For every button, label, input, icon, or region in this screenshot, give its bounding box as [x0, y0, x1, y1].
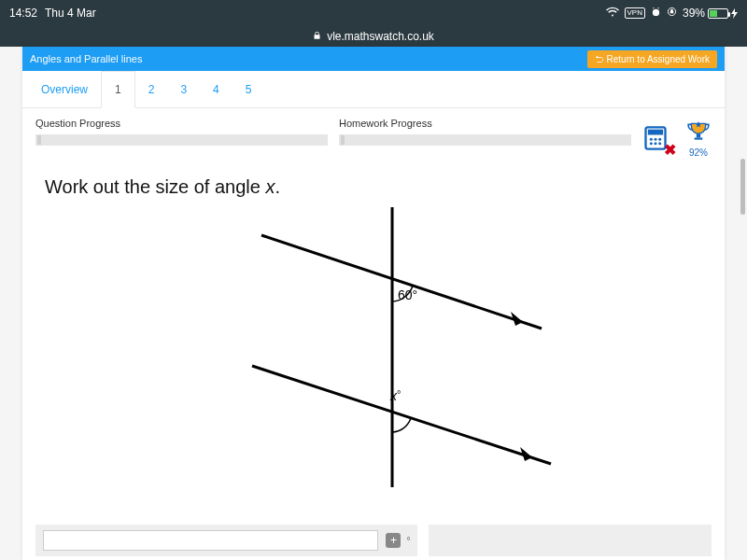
homework-progress: Homework Progress [339, 118, 631, 146]
content-sheet: Angles and Parallel lines ⮌ Return to As… [22, 47, 725, 560]
answer-right-panel [429, 525, 712, 556]
svg-point-4 [654, 137, 656, 140]
url-text: vle.mathswatch.co.uk [327, 30, 434, 43]
page-body: Angles and Parallel lines ⮌ Return to As… [0, 47, 747, 560]
answer-unit: ° [406, 536, 410, 546]
scrollbar-thumb[interactable] [740, 159, 745, 215]
charging-icon [731, 8, 738, 19]
tab-q4[interactable]: 4 [200, 71, 233, 107]
trophy-score: 92% [685, 119, 712, 158]
question-progress: Question Progress [35, 118, 328, 146]
wifi-icon [606, 7, 619, 20]
calculator-not-allowed-icon: ✖ [642, 125, 669, 153]
svg-point-5 [658, 137, 661, 140]
svg-point-7 [654, 142, 656, 145]
progress-row: Question Progress Homework Progress ✖ 92… [22, 108, 725, 163]
angle-60-label: 60° [398, 287, 417, 302]
answer-area: + ° [35, 525, 712, 556]
tab-q3[interactable]: 3 [167, 71, 200, 107]
angle-x-label: x° [390, 388, 401, 403]
add-working-button[interactable]: + [386, 533, 401, 548]
status-date: Thu 4 Mar [45, 7, 96, 20]
svg-line-12 [261, 235, 542, 329]
battery-indicator: 39% [683, 7, 738, 20]
svg-line-13 [252, 366, 551, 464]
trophy-percent: 92% [685, 147, 712, 158]
cross-icon: ✖ [664, 141, 676, 159]
tab-q2[interactable]: 2 [135, 71, 168, 107]
question-text: Work out the size of angle x. [22, 163, 725, 203]
svg-rect-9 [697, 133, 700, 137]
topic-title: Angles and Parallel lines [30, 53, 142, 64]
topic-header: Angles and Parallel lines ⮌ Return to As… [22, 47, 725, 71]
vpn-indicator: VPN [625, 7, 645, 19]
tab-q1[interactable]: 1 [101, 71, 135, 108]
svg-rect-2 [648, 129, 663, 134]
device-status-bar: 14:52 Thu 4 Mar VPN 39% [0, 0, 747, 26]
answer-input[interactable] [43, 530, 378, 551]
tab-q5[interactable]: 5 [233, 71, 265, 107]
svg-point-3 [650, 137, 653, 140]
question-progress-label: Question Progress [35, 118, 328, 129]
homework-progress-label: Homework Progress [339, 118, 631, 129]
homework-progress-bar [339, 134, 631, 146]
question-progress-bar [35, 134, 328, 146]
variable-x: x [265, 176, 275, 197]
return-to-assigned-work-button[interactable]: ⮌ Return to Assigned Work [587, 50, 717, 68]
alarm-icon [651, 7, 661, 20]
svg-point-8 [658, 142, 661, 145]
tab-overview[interactable]: Overview [28, 71, 101, 107]
angle-diagram: 60° x° [45, 207, 702, 487]
trophy-icon [685, 119, 712, 144]
browser-url-bar[interactable]: vle.mathswatch.co.uk [0, 26, 747, 47]
status-time: 14:52 [9, 7, 37, 20]
question-tabs: Overview 1 2 3 4 5 [22, 71, 725, 108]
answer-input-panel: + ° [35, 525, 417, 556]
orientation-lock-icon [667, 7, 677, 20]
battery-percent: 39% [683, 7, 705, 20]
svg-point-6 [650, 142, 653, 145]
lock-icon [313, 31, 321, 42]
svg-rect-10 [695, 138, 703, 140]
